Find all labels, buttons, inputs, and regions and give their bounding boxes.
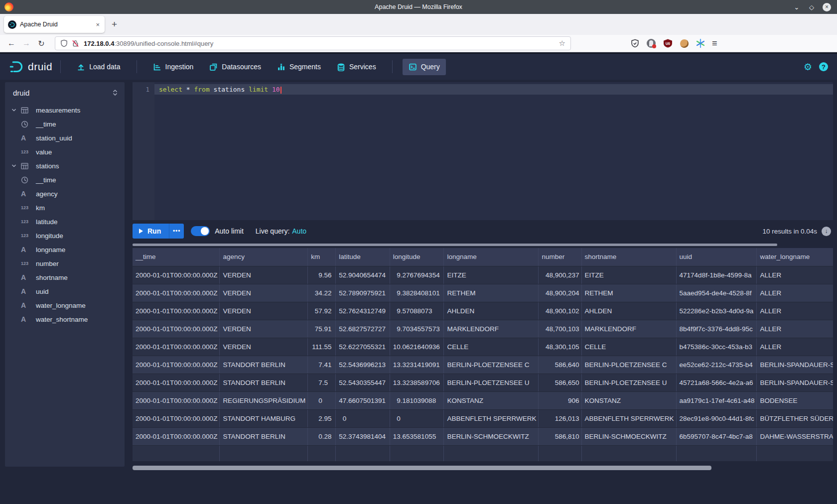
cell-longitude[interactable]: 9.3828408101 bbox=[390, 284, 444, 302]
run-more-button[interactable]: ••• bbox=[169, 224, 184, 239]
cell-agency[interactable]: STANDORT HAMBURG bbox=[220, 409, 308, 427]
cell-agency[interactable]: REGIERUNGSPRÄSIDIUM bbox=[220, 391, 308, 409]
cell-water_longname[interactable]: ALLER bbox=[757, 338, 833, 356]
cell-agency[interactable]: STANDORT BERLIN bbox=[220, 427, 308, 445]
cell-shortname[interactable]: MARKLENDORF bbox=[581, 320, 676, 338]
cell-longitude[interactable]: 13.3238589706 bbox=[390, 374, 444, 391]
cell-uuid[interactable]: aa9179c1-17ef-4c61-a48 bbox=[676, 391, 757, 409]
sidebar-column-__time[interactable]: __time bbox=[5, 173, 125, 187]
cell-longitude[interactable]: 9.57088073 bbox=[390, 302, 444, 320]
cell-longitude[interactable]: 9.2767694354 bbox=[390, 266, 444, 284]
cell-shortname[interactable]: BERLIN-PLOETZENSEE U bbox=[581, 374, 676, 391]
cell-water_longname[interactable]: ALLER bbox=[757, 302, 833, 320]
cell-uuid[interactable]: 6b595707-8c47-4bc7-a8 bbox=[676, 427, 757, 445]
cell-water_longname[interactable]: BERLIN-SPANDAUER-S bbox=[757, 374, 833, 391]
chevron-down-icon[interactable] bbox=[11, 163, 21, 169]
window-minimize-icon[interactable]: ⌄ bbox=[793, 3, 801, 11]
cell-km[interactable]: 111.55 bbox=[308, 338, 336, 356]
cell-agency[interactable]: VERDEN bbox=[220, 338, 308, 356]
cell-uuid[interactable]: 45721a68-566c-4e2a-a6 bbox=[676, 374, 757, 391]
cell-agency[interactable]: VERDEN bbox=[220, 266, 308, 284]
cell-km[interactable]: 2.95 bbox=[308, 409, 336, 427]
nav-load-data[interactable]: Load data bbox=[71, 59, 126, 75]
column-header-water_longname[interactable]: water_longname bbox=[757, 248, 833, 266]
help-icon[interactable]: ? bbox=[819, 62, 828, 71]
sidebar-column-water_shortname[interactable]: Awater_shortname bbox=[5, 312, 125, 326]
sidebar-table-stations[interactable]: stations bbox=[5, 159, 125, 173]
cell-uuid[interactable]: 522286e2-b2b3-4d0d-9a bbox=[676, 302, 757, 320]
sidebar-table-measurements[interactable]: measurements bbox=[5, 103, 125, 117]
cell-uuid[interactable]: 28ec91e8-90c0-44d1-8fc bbox=[676, 409, 757, 427]
cell-longname[interactable]: BERLIN-PLOETZENSEE C bbox=[444, 356, 539, 374]
cell-number[interactable]: 48,900,102 bbox=[539, 302, 581, 320]
nav-datasources[interactable]: Datasources bbox=[203, 59, 267, 75]
sidebar-column-latitude[interactable]: 123latitude bbox=[5, 215, 125, 229]
cell-km[interactable]: 7.41 bbox=[308, 356, 336, 374]
cell-number[interactable]: 48,900,237 bbox=[539, 266, 581, 284]
cell-number[interactable]: 48,900,204 bbox=[539, 284, 581, 302]
sidebar-column-number[interactable]: 123number bbox=[5, 256, 125, 270]
editor-code[interactable]: select * from stations limit 10 bbox=[154, 82, 833, 220]
cell-km[interactable]: 0 bbox=[308, 391, 336, 409]
sidebar-column-longname[interactable]: Alongname bbox=[5, 243, 125, 256]
sidebar-column-value[interactable]: 123value bbox=[5, 145, 125, 159]
column-header-__time[interactable]: __time bbox=[133, 248, 220, 266]
cell-longname[interactable]: EITZE bbox=[444, 266, 539, 284]
cell-latitude[interactable]: 47.6607501391 bbox=[336, 391, 390, 409]
cell-longitude[interactable]: 13.3231419091 bbox=[390, 356, 444, 374]
double-caret-icon[interactable] bbox=[112, 89, 118, 96]
cell-water_longname[interactable]: DAHME-WASSERSTRAS bbox=[757, 427, 833, 445]
cell-latitude[interactable]: 0 bbox=[336, 409, 390, 427]
column-header-shortname[interactable]: shortname bbox=[581, 248, 676, 266]
horizontal-scrollbar-thumb[interactable] bbox=[133, 466, 711, 470]
cell-longitude[interactable]: 9.7034557573 bbox=[390, 320, 444, 338]
cell-latitude[interactable]: 52.7890975921 bbox=[336, 284, 390, 302]
cell-km[interactable]: 9.56 bbox=[308, 266, 336, 284]
sidebar-column-__time[interactable]: __time bbox=[5, 117, 125, 131]
chevron-down-icon[interactable] bbox=[11, 107, 21, 113]
insecure-lock-icon[interactable] bbox=[72, 39, 79, 47]
back-button[interactable]: ← bbox=[4, 39, 19, 48]
cell-number[interactable]: 586,650 bbox=[539, 374, 581, 391]
cell-water_longname[interactable]: BERLIN-SPANDAUER-S bbox=[757, 356, 833, 374]
cell-water_longname[interactable]: ALLER bbox=[757, 284, 833, 302]
cell-latitude[interactable]: 52.3743981404 bbox=[336, 427, 390, 445]
cell-shortname[interactable]: CELLE bbox=[581, 338, 676, 356]
column-header-latitude[interactable]: latitude bbox=[336, 248, 390, 266]
druid-logo[interactable]: druid bbox=[9, 59, 52, 74]
cell-agency[interactable]: VERDEN bbox=[220, 302, 308, 320]
cell-agency[interactable]: VERDEN bbox=[220, 284, 308, 302]
cell-longname[interactable]: ABBENFLETH SPERRWERK bbox=[444, 409, 539, 427]
sidebar-column-uuid[interactable]: Auuid bbox=[5, 284, 125, 298]
cell-uuid[interactable]: b475386c-30cc-453a-b3 bbox=[676, 338, 757, 356]
bookmark-star-icon[interactable]: ☆ bbox=[559, 39, 565, 48]
extension-privacy-icon[interactable] bbox=[646, 38, 656, 48]
snowflake-extension-icon[interactable] bbox=[696, 38, 705, 48]
cell-shortname[interactable]: KONSTANZ bbox=[581, 391, 676, 409]
column-header-number[interactable]: number bbox=[539, 248, 581, 266]
cell-km[interactable]: 34.22 bbox=[308, 284, 336, 302]
sql-line[interactable]: select * from stations limit 10 bbox=[154, 84, 833, 95]
cell-uuid[interactable]: 5aaed954-de4e-4528-8f bbox=[676, 284, 757, 302]
cell-shortname[interactable]: ABBENFLETH SPERRWERK bbox=[581, 409, 676, 427]
cell-latitude[interactable]: 52.5430355447 bbox=[336, 374, 390, 391]
cell-longname[interactable]: MARKLENDORF bbox=[444, 320, 539, 338]
window-maximize-icon[interactable]: ◇ bbox=[808, 3, 816, 11]
cell-number[interactable]: 906 bbox=[539, 391, 581, 409]
cell-longname[interactable]: KONSTANZ bbox=[444, 391, 539, 409]
cookie-extension-icon[interactable] bbox=[679, 38, 689, 48]
cell-__time[interactable]: 2000-01-01T00:00:00.000Z bbox=[133, 320, 220, 338]
cell-shortname[interactable]: BERLIN-SCHMOECKWITZ bbox=[581, 427, 676, 445]
auto-limit-toggle[interactable] bbox=[191, 226, 210, 236]
cell-__time[interactable]: 2000-01-01T00:00:00.000Z bbox=[133, 374, 220, 391]
cell-latitude[interactable]: 52.6227055321 bbox=[336, 338, 390, 356]
cell-longname[interactable]: BERLIN-SCHMOECKWITZ bbox=[444, 427, 539, 445]
cell-longname[interactable]: CELLE bbox=[444, 338, 539, 356]
nav-ingestion[interactable]: Ingestion bbox=[147, 59, 200, 75]
sidebar-column-km[interactable]: 123km bbox=[5, 201, 125, 215]
cell-number[interactable]: 48,300,105 bbox=[539, 338, 581, 356]
column-header-longname[interactable]: longname bbox=[444, 248, 539, 266]
cell-__time[interactable]: 2000-01-01T00:00:00.000Z bbox=[133, 338, 220, 356]
download-icon[interactable]: ↓ bbox=[822, 227, 831, 236]
live-query-value[interactable]: Auto bbox=[292, 227, 306, 235]
